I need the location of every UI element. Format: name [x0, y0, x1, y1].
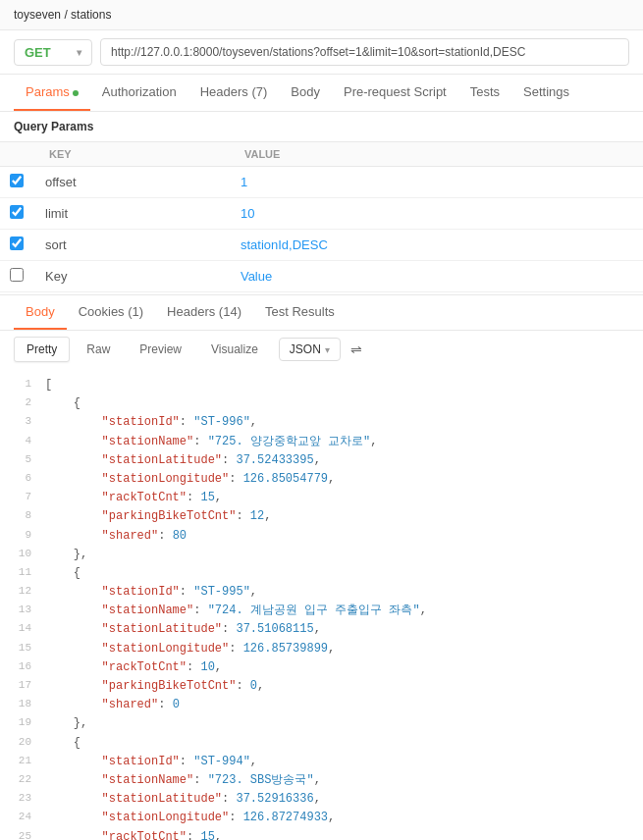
- table-row: limit 10: [0, 198, 643, 230]
- json-line: 4 "stationName": "725. 양강중학교앞 교차로",: [0, 433, 643, 451]
- table-row: sort stationId,DESC: [0, 230, 643, 261]
- line-content: "parkingBikeTotCnt": 12,: [45, 507, 271, 526]
- line-content: },: [45, 546, 87, 564]
- line-number: 20: [14, 734, 45, 753]
- method-select[interactable]: GET ▾: [14, 39, 92, 66]
- row-key: sort: [35, 230, 231, 261]
- line-number: 10: [14, 546, 45, 564]
- json-format-chevron-icon: ▾: [325, 344, 330, 355]
- line-content: [: [45, 376, 52, 394]
- line-content: "stationLatitude": 37.52916336,: [45, 790, 321, 809]
- json-line: 8 "parkingBikeTotCnt": 12,: [0, 507, 643, 526]
- tab-cookies[interactable]: Cookies (1): [67, 295, 155, 330]
- line-content: {: [45, 564, 80, 583]
- tab-response-body[interactable]: Body: [14, 295, 67, 330]
- json-line: 25 "rackTotCnt": 15,: [0, 828, 643, 841]
- method-chevron-icon: ▾: [77, 47, 81, 58]
- line-number: 4: [14, 433, 45, 451]
- tab-test-results[interactable]: Test Results: [253, 295, 347, 330]
- line-number: 11: [14, 564, 45, 583]
- json-line: 14 "stationLatitude": 37.51068115,: [0, 620, 643, 639]
- tab-authorization[interactable]: Authorization: [90, 75, 188, 111]
- line-content: "stationLongitude": 126.85739899,: [45, 640, 335, 658]
- row-key: offset: [35, 167, 231, 198]
- url-input[interactable]: [100, 38, 629, 66]
- json-line: 22 "stationName": "723. SBS방송국",: [0, 771, 643, 790]
- line-number: 12: [14, 583, 45, 602]
- line-content: "stationName": "723. SBS방송국",: [45, 771, 321, 790]
- row-checkbox[interactable]: [10, 205, 24, 219]
- bottom-tabs: Body Cookies (1) Headers (14) Test Resul…: [0, 294, 643, 331]
- line-number: 8: [14, 507, 45, 526]
- line-content: {: [45, 394, 80, 413]
- json-line: 12 "stationId": "ST-995",: [0, 583, 643, 602]
- placeholder-value[interactable]: Value: [231, 261, 643, 292]
- json-line: 24 "stationLongitude": 126.87274933,: [0, 809, 643, 827]
- row-checkbox[interactable]: [10, 236, 24, 250]
- breadcrumb-parent[interactable]: toyseven: [14, 8, 61, 22]
- line-content: "stationLongitude": 126.85054779,: [45, 470, 335, 489]
- json-line: 16 "rackTotCnt": 10,: [0, 658, 643, 677]
- format-pretty[interactable]: Pretty: [14, 337, 70, 362]
- line-content: "stationLatitude": 37.51068115,: [45, 620, 321, 639]
- format-raw[interactable]: Raw: [74, 337, 123, 362]
- tab-headers[interactable]: Headers (7): [188, 75, 280, 111]
- line-number: 19: [14, 714, 45, 733]
- json-line: 6 "stationLongitude": 126.85054779,: [0, 470, 643, 489]
- line-number: 22: [14, 771, 45, 790]
- line-number: 3: [14, 413, 45, 432]
- line-number: 18: [14, 696, 45, 714]
- json-line: 2 {: [0, 394, 643, 413]
- tab-settings[interactable]: Settings: [511, 75, 581, 111]
- line-content: "stationName": "725. 양강중학교앞 교차로",: [45, 433, 377, 451]
- format-preview[interactable]: Preview: [127, 337, 194, 362]
- line-content: "stationName": "724. 계남공원 입구 주출입구 좌측",: [45, 602, 427, 620]
- json-line: 21 "stationId": "ST-994",: [0, 753, 643, 771]
- placeholder-key[interactable]: Key: [35, 261, 231, 292]
- json-line: 11 {: [0, 564, 643, 583]
- params-table: KEY VALUE offset 1 limit 10 sort station…: [0, 141, 643, 292]
- tab-tests[interactable]: Tests: [458, 75, 511, 111]
- json-line: 10 },: [0, 546, 643, 564]
- json-line: 23 "stationLatitude": 37.52916336,: [0, 790, 643, 809]
- line-number: 9: [14, 527, 45, 546]
- tab-body[interactable]: Body: [279, 75, 332, 111]
- line-content: "rackTotCnt": 10,: [45, 658, 222, 677]
- format-visualize[interactable]: Visualize: [198, 337, 271, 362]
- line-content: "parkingBikeTotCnt": 0,: [45, 677, 264, 696]
- json-format-select[interactable]: JSON ▾: [279, 338, 341, 361]
- tab-prerequest[interactable]: Pre-request Script: [332, 75, 458, 111]
- line-number: 2: [14, 394, 45, 413]
- line-number: 21: [14, 753, 45, 771]
- breadcrumb-current: stations: [71, 8, 111, 22]
- line-number: 24: [14, 809, 45, 827]
- col-checkbox: [0, 142, 35, 167]
- placeholder-checkbox[interactable]: [10, 268, 24, 282]
- tab-params[interactable]: Params: [14, 75, 90, 111]
- line-content: "stationId": "ST-996",: [45, 413, 257, 432]
- line-number: 16: [14, 658, 45, 677]
- filter-icon[interactable]: ⇌: [350, 341, 362, 357]
- json-viewer: 1[2 {3 "stationId": "ST-996",4 "stationN…: [0, 368, 643, 840]
- line-number: 25: [14, 828, 45, 841]
- method-label: GET: [25, 45, 51, 60]
- json-line: 17 "parkingBikeTotCnt": 0,: [0, 677, 643, 696]
- row-checkbox[interactable]: [10, 174, 24, 187]
- line-content: "rackTotCnt": 15,: [45, 489, 222, 507]
- url-bar: GET ▾: [0, 30, 643, 75]
- row-value: 10: [231, 198, 643, 230]
- line-number: 7: [14, 489, 45, 507]
- line-content: {: [45, 734, 80, 753]
- json-line: 19 },: [0, 714, 643, 733]
- line-number: 5: [14, 451, 45, 470]
- line-content: "stationLongitude": 126.87274933,: [45, 809, 335, 827]
- col-key: KEY: [35, 142, 231, 167]
- col-value: VALUE: [231, 142, 643, 167]
- json-line: 5 "stationLatitude": 37.52433395,: [0, 451, 643, 470]
- json-line: 15 "stationLongitude": 126.85739899,: [0, 640, 643, 658]
- tab-response-headers[interactable]: Headers (14): [155, 295, 253, 330]
- line-number: 14: [14, 620, 45, 639]
- line-content: },: [45, 714, 87, 733]
- json-format-label: JSON: [290, 342, 321, 356]
- table-row-placeholder: Key Value: [0, 261, 643, 292]
